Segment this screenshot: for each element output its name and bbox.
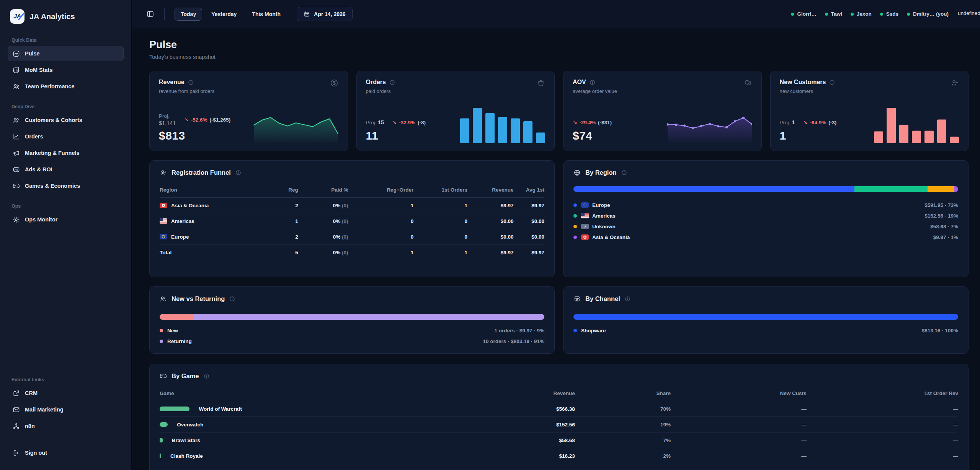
game-name: Overwatch: [177, 422, 203, 428]
bar-segment-returning: [194, 314, 544, 320]
paid-pct: 0%: [333, 218, 341, 224]
date-picker-button[interactable]: Apr 14, 2026: [297, 7, 353, 21]
legend-item-returning: Returning10 orders · $803.19 · 91%: [160, 336, 544, 346]
kpi-chart: [874, 106, 959, 143]
sidebar-item-mom-stats[interactable]: MoM Stats: [8, 62, 124, 78]
user-presence-chip: Dmitry… (you): [907, 11, 949, 17]
kpi-trend-delta: (-$31): [598, 120, 612, 125]
by-game-table: GameRevenueShareNew Custs1st Order RevWo…: [160, 386, 958, 464]
kpi-title-row: New Customers: [780, 79, 835, 86]
sidebar-item-label: Pulse: [25, 50, 40, 57]
calendar-icon: [304, 11, 310, 17]
shopping-bag-icon: [537, 79, 545, 87]
sidebar-item-mail-marketing[interactable]: Mail Marketing: [8, 402, 124, 417]
sidebar-item-crm[interactable]: CRM: [8, 385, 124, 401]
trend-down-arrow-icon: ↘: [803, 119, 807, 125]
game-cell-new-custs: —: [671, 401, 807, 417]
funnel-cell-reg-order: 0: [348, 229, 413, 245]
sidebar: JA JA Analytics Quick DataPulseMoM Stats…: [0, 0, 132, 470]
date-picker-value: Apr 14, 2026: [314, 11, 346, 17]
new-vs-returning-header: New vs Returning: [160, 295, 544, 302]
funnel-column-header: Paid %: [298, 182, 348, 198]
user-plus-icon: [951, 79, 959, 87]
sidebar-item-ads-roi[interactable]: AdAds & ROI: [8, 162, 124, 177]
info-icon[interactable]: [235, 170, 241, 176]
sidebar-item-n8n[interactable]: n8n: [8, 418, 124, 434]
kpi-card-orders: Orderspaid ordersProj.15↘-32.9%(-8)11: [356, 71, 555, 151]
kpi-card-aov: AOVaverage order value↘-29.4%(-$31)$74: [563, 71, 762, 151]
bar-segment-europe: [573, 186, 854, 192]
pulse-icon: [13, 50, 20, 57]
sidebar-item-games-economics[interactable]: Games & Economics: [8, 178, 124, 194]
paid-pct: 0%: [333, 250, 341, 255]
range-button-this-month[interactable]: This Month: [246, 8, 287, 21]
store-icon: [573, 295, 581, 302]
kpi-title-row: Revenue: [159, 79, 214, 86]
user-name: Glorri…: [797, 11, 816, 17]
info-icon[interactable]: [829, 80, 835, 85]
sidebar-collapse-button[interactable]: [146, 10, 154, 18]
page-title: Pulse: [149, 39, 969, 51]
user-presence-chip: Tawi: [825, 11, 842, 17]
game-cell-new-custs: —: [671, 433, 807, 448]
game-table-row: Brawl Stars$58.687%——: [160, 433, 958, 448]
kpi-trend: ↘-32.9%(-8): [392, 119, 426, 125]
theme-toggle-button[interactable]: undefined: [958, 10, 965, 18]
sidebar-item-label: Team Performance: [25, 83, 74, 89]
brand-logo: JA: [10, 9, 24, 24]
info-icon[interactable]: [229, 296, 235, 302]
info-icon[interactable]: [625, 296, 630, 302]
range-button-yesterday[interactable]: Yesterday: [205, 8, 243, 21]
new-vs-returning-card: New vs Returning New1 orders · $9.97 · 9…: [149, 286, 555, 354]
by-channel-card: By Channel Shopware$813.16 · 100%: [563, 286, 969, 354]
kpi-subtitle: average order value: [573, 88, 617, 94]
sidebar-nav: Quick DataPulseMoM StatsTeam Performance…: [8, 28, 124, 228]
sidebar-item-ops-monitor[interactable]: Ops Monitor: [8, 212, 124, 227]
funnel-total-reg-order: 1: [348, 245, 413, 260]
legend-value: $9.97 · 1%: [933, 234, 958, 240]
new-vs-returning-legend: New1 orders · $9.97 · 9%Returning10 orde…: [160, 325, 544, 346]
info-icon[interactable]: [621, 170, 627, 176]
sidebar-item-customers-cohorts[interactable]: Customers & Cohorts: [8, 112, 124, 128]
signout-label: Sign out: [25, 450, 47, 456]
sidebar-item-label: Orders: [25, 133, 43, 140]
page-content: Pulse Today's business snapshot Revenuer…: [132, 28, 980, 470]
funnel-header-row: RegionRegPaid %Reg+Order1st OrdersRevenu…: [160, 182, 544, 198]
kpi-projection: Proj.1: [780, 119, 795, 125]
info-icon[interactable]: [188, 80, 194, 85]
funnel-cell-paid: 0% (0): [298, 213, 348, 229]
sidebar-item-team-performance[interactable]: Team Performance: [8, 79, 124, 94]
ads-icon: Ad: [13, 166, 20, 173]
info-icon[interactable]: [389, 80, 395, 85]
legend-value: $591.95 · 73%: [924, 202, 958, 208]
globe-icon: [573, 169, 581, 176]
kpi-title-row: AOV: [573, 79, 617, 86]
online-users-list: Glorri…TawiJexonSsdsDmitry… (you): [791, 11, 949, 17]
kpi-card-new-customers: New Customersnew customersProj.1↘-64.9%(…: [770, 71, 969, 151]
sidebar-item-orders[interactable]: Orders: [8, 129, 124, 144]
user-name: Tawi: [831, 11, 842, 17]
sidebar-item-pulse[interactable]: Pulse: [8, 46, 124, 61]
info-icon[interactable]: [590, 80, 595, 85]
info-icon[interactable]: [204, 373, 209, 379]
kpi-card-revenue: Revenuerevenue from paid ordersProj.$1,1…: [149, 71, 348, 151]
game-cell-name: Brawl Stars: [160, 433, 479, 448]
game-share-bar: [160, 438, 163, 442]
kpi-grid: Revenuerevenue from paid ordersProj.$1,1…: [149, 71, 969, 151]
paid-count: (0): [340, 250, 348, 255]
legend-item-asia-oceania: Asia & Oceania$9.97 · 1%: [573, 232, 958, 242]
funnel-cell-reg: 1: [267, 213, 298, 229]
kpi-trend-delta: (-8): [418, 120, 426, 125]
page-subtitle: Today's business snapshot: [149, 54, 969, 60]
legend-label: Shopware: [581, 328, 606, 333]
range-button-today[interactable]: Today: [175, 8, 202, 21]
flag-eu: [581, 202, 589, 208]
kpi-trend-pct: -32.9%: [399, 120, 415, 125]
sidebar-item-marketing-funnels[interactable]: Marketing & Funnels: [8, 145, 124, 161]
users-icon: [160, 295, 167, 302]
signout-button[interactable]: Sign out: [8, 445, 124, 460]
user-name: Jexon: [857, 11, 872, 17]
presence-dot-icon: [825, 13, 828, 16]
game-cell-first-order-rev: —: [807, 417, 958, 433]
kpi-trend-pct: -52.6%: [191, 117, 207, 123]
